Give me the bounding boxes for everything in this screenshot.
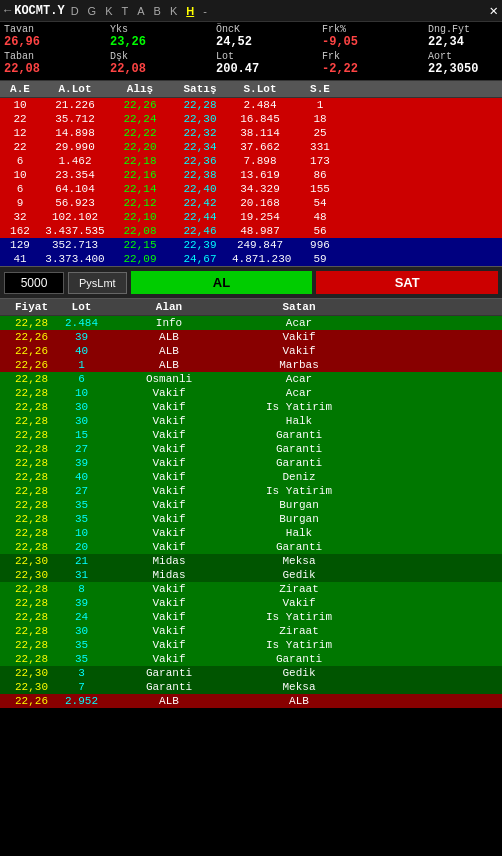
cell-fiyat: 22,28 (4, 457, 59, 469)
trade-row[interactable]: 22,28 30 Vakif Halk (0, 414, 502, 428)
ob-sell-row[interactable]: 41 3.373.400 22,09 24,67 4.871.230 59 (0, 252, 502, 266)
tab-d[interactable]: D (68, 4, 82, 18)
trade-row[interactable]: 22,28 2.484 Info Acar (0, 316, 502, 330)
ob-buy-row[interactable]: 10 21.226 22,26 22,28 2.484 1 (0, 98, 502, 112)
cell-satan: Gedik (234, 667, 364, 679)
cell-satan: Ziraat (234, 625, 364, 637)
trade-row[interactable]: 22,30 7 Garanti Meksa (0, 680, 502, 694)
tab-k[interactable]: K (102, 4, 115, 18)
trade-row[interactable]: 22,30 31 Midas Gedik (0, 568, 502, 582)
trade-row[interactable]: 22,28 6 Osmanli Acar (0, 372, 502, 386)
trade-row[interactable]: 22,26 39 ALB Vakif (0, 330, 502, 344)
cell-alan: Vakif (104, 639, 234, 651)
trade-row[interactable]: 22,28 27 Vakif Is Yatirim (0, 484, 502, 498)
tab-dash[interactable]: - (200, 4, 210, 18)
tavan-label: Tavan (4, 24, 34, 35)
cell-se: 25 (290, 127, 350, 139)
tab-b[interactable]: B (151, 4, 164, 18)
cell-alan: Vakif (104, 443, 234, 455)
ob-buy-row[interactable]: 22 35.712 22,24 22,30 16.845 18 (0, 112, 502, 126)
col-alis: Alış (110, 83, 170, 95)
ob-buy-row[interactable]: 32 102.102 22,10 22,44 19.254 48 (0, 210, 502, 224)
cell-lot: 10 (59, 387, 104, 399)
th-satan: Satan (234, 301, 364, 313)
tab-g[interactable]: G (85, 4, 100, 18)
al-button[interactable]: AL (131, 271, 313, 294)
cell-lot: 27 (59, 443, 104, 455)
trade-row[interactable]: 22,28 10 Vakif Acar (0, 386, 502, 400)
stat-dsk: Dşk 22,08 (110, 51, 180, 76)
trade-row[interactable]: 22,26 40 ALB Vakif (0, 344, 502, 358)
trade-row[interactable]: 22,28 8 Vakif Ziraat (0, 582, 502, 596)
stat-frk: Frk% -9,05 (322, 24, 392, 49)
ob-buy-row[interactable]: 22 29.990 22,20 22,34 37.662 331 (0, 140, 502, 154)
tab-h[interactable]: H (183, 4, 197, 18)
cell-se: 996 (290, 239, 350, 251)
cell-alot: 23.354 (40, 169, 110, 181)
ob-buy-row[interactable]: 10 23.354 22,16 22,38 13.619 86 (0, 168, 502, 182)
trade-row[interactable]: 22,28 35 Vakif Garanti (0, 652, 502, 666)
trade-row[interactable]: 22,28 40 Vakif Deniz (0, 470, 502, 484)
frk-label: Frk% (322, 24, 346, 35)
trade-row[interactable]: 22,28 30 Vakif Ziraat (0, 624, 502, 638)
ob-buy-row[interactable]: 162 3.437.535 22,08 22,46 48.987 56 (0, 224, 502, 238)
pyslmt-button[interactable]: PysLmt (68, 272, 127, 294)
tab-k2[interactable]: K (167, 4, 180, 18)
cell-lot: 7 (59, 681, 104, 693)
frk2-value: -2,22 (322, 62, 358, 76)
cell-alan: Osmanli (104, 373, 234, 385)
cell-satan: Vakif (234, 597, 364, 609)
stat-taban: Taban 22,08 (4, 51, 74, 76)
ob-buy-row[interactable]: 6 64.104 22,14 22,40 34.329 155 (0, 182, 502, 196)
trade-row[interactable]: 22,28 27 Vakif Garanti (0, 442, 502, 456)
quantity-input[interactable] (4, 272, 64, 294)
trade-row[interactable]: 22,28 35 Vakif Is Yatirim (0, 638, 502, 652)
cell-satan: Acar (234, 317, 364, 329)
ob-sell-row[interactable]: 129 352.713 22,15 22,39 249.847 996 (0, 238, 502, 252)
tab-a[interactable]: A (134, 4, 147, 18)
cell-alan: Vakif (104, 429, 234, 441)
trades-rows: 22,28 2.484 Info Acar 22,26 39 ALB Vakif… (0, 316, 502, 708)
cell-lot: 35 (59, 653, 104, 665)
ob-buy-row[interactable]: 6 1.462 22,18 22,36 7.898 173 (0, 154, 502, 168)
cell-lot: 35 (59, 499, 104, 511)
trade-row[interactable]: 22,28 39 Vakif Garanti (0, 456, 502, 470)
cell-satis: 24,67 (170, 253, 230, 265)
cell-alan: ALB (104, 345, 234, 357)
lot-label: Lot (216, 51, 234, 62)
cell-alis: 22,16 (110, 169, 170, 181)
trade-row[interactable]: 22,28 24 Vakif Is Yatirim (0, 610, 502, 624)
cell-slot: 13.619 (230, 169, 290, 181)
cell-alan: Vakif (104, 499, 234, 511)
cell-alan: ALB (104, 695, 234, 707)
cell-lot: 39 (59, 597, 104, 609)
cell-satan: Garanti (234, 653, 364, 665)
trade-row[interactable]: 22,26 1 ALB Marbas (0, 358, 502, 372)
ob-buy-row[interactable]: 12 14.898 22,22 22,32 38.114 25 (0, 126, 502, 140)
cell-satan: Is Yatirim (234, 401, 364, 413)
top-bar-left: ← KOCMT.Y D G K T A B K H - (4, 4, 486, 18)
trade-row[interactable]: 22,30 21 Midas Meksa (0, 554, 502, 568)
cell-ae: 22 (0, 141, 40, 153)
trade-row[interactable]: 22,28 35 Vakif Burgan (0, 512, 502, 526)
trade-row[interactable]: 22,28 35 Vakif Burgan (0, 498, 502, 512)
cell-lot: 30 (59, 625, 104, 637)
cell-lot: 30 (59, 401, 104, 413)
back-arrow[interactable]: ← (4, 4, 11, 18)
cell-alan: Vakif (104, 583, 234, 595)
cell-ae: 10 (0, 169, 40, 181)
stat-aort: Aort 22,3050 (428, 51, 498, 76)
trade-row[interactable]: 22,28 20 Vakif Garanti (0, 540, 502, 554)
trade-row[interactable]: 22,28 10 Vakif Halk (0, 526, 502, 540)
yks-label: Yks (110, 24, 128, 35)
trade-row[interactable]: 22,28 30 Vakif Is Yatirim (0, 400, 502, 414)
trade-row[interactable]: 22,26 2.952 ALB ALB (0, 694, 502, 708)
ob-buy-row[interactable]: 9 56.923 22,12 22,42 20.168 54 (0, 196, 502, 210)
cell-alan: Vakif (104, 415, 234, 427)
trade-row[interactable]: 22,28 39 Vakif Vakif (0, 596, 502, 610)
sat-button[interactable]: SAT (316, 271, 498, 294)
trade-row[interactable]: 22,28 15 Vakif Garanti (0, 428, 502, 442)
trade-row[interactable]: 22,30 3 Garanti Gedik (0, 666, 502, 680)
close-button[interactable]: ✕ (490, 2, 498, 19)
tab-t[interactable]: T (118, 4, 131, 18)
